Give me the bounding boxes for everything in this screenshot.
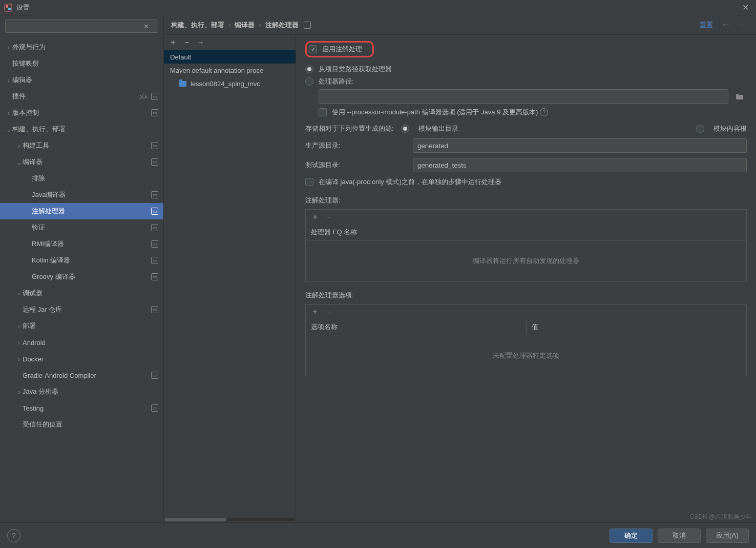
tree-remote-jar[interactable]: 远程 Jar 仓库▭ [0,301,163,318]
cancel-button[interactable]: 取消 [658,529,701,543]
enable-annotation-highlight: 启用注解处理 [305,41,374,57]
project-scope-icon: ▭ [151,142,158,149]
breadcrumb-build[interactable]: 构建、执行、部署 [171,21,224,30]
tree-build-tools[interactable]: ›构建工具▭ [0,137,163,154]
processors-section-label: 注解处理器: [305,196,747,205]
tree-editor[interactable]: ›编辑器 [0,72,163,88]
svg-rect-2 [8,8,11,10]
project-scope-icon: ▭ [151,158,158,166]
profile-default[interactable]: Default [164,50,296,64]
nav-forward-icon: → [737,19,746,30]
remove-processor-icon: − [326,213,331,222]
processor-path-input[interactable] [319,89,728,104]
prod-dir-label: 生产源目录: [305,141,413,150]
tree-kotlin-compiler[interactable]: Kotlin 编译器▭ [0,252,163,269]
chevron-right-icon: › [259,21,261,29]
browse-folder-icon[interactable] [732,89,747,104]
processor-table-empty: 编译器将运行所有自动发现的处理器 [305,240,747,281]
tree-deploy[interactable]: ›部署 [0,318,163,334]
remove-option-icon: − [326,308,331,317]
tree-annotation-processors[interactable]: 注解处理器▭ [0,203,163,219]
project-scope-icon: ▭ [151,306,158,313]
settings-sidebar: ✕ ›外观与行为 按键映射 ›编辑器 插件㐅ᴀ▭ ›版本控制▭ ⌄构建、执行、部… [0,15,164,522]
ok-button[interactable]: 确定 [610,529,653,543]
settings-tree: ›外观与行为 按键映射 ›编辑器 插件㐅ᴀ▭ ›版本控制▭ ⌄构建、执行、部署 … [0,37,163,522]
tree-validation[interactable]: 验证▭ [0,219,163,236]
add-processor-icon[interactable]: ＋ [311,212,319,222]
test-dir-input[interactable] [413,158,747,172]
add-option-icon[interactable]: ＋ [311,307,319,317]
tree-build[interactable]: ⌄构建、执行、部署 [0,121,163,137]
tree-java-compiler[interactable]: Java编译器▭ [0,187,163,203]
radio-from-classpath[interactable] [305,65,313,73]
profile-maven-default[interactable]: Maven default annotation proce [164,64,296,77]
folder-icon [179,81,186,87]
project-scope-icon: ▭ [151,240,158,248]
tree-testing[interactable]: Testing▭ [0,400,163,416]
breadcrumb-compiler[interactable]: 编译器 [235,21,255,30]
project-scope-icon: ▭ [151,208,158,215]
tree-plugins[interactable]: 插件㐅ᴀ▭ [0,88,163,105]
radio-processor-path[interactable] [305,77,313,86]
test-dir-label: 测试源目录: [305,160,413,170]
tree-trusted[interactable]: 受信任的位置 [0,416,163,433]
profile-module-lesson[interactable]: lesson0824_sping_mvc [164,77,296,90]
run-separate-checkbox[interactable] [305,178,313,186]
option-table-empty: 未配置处理器特定选项 [305,335,747,376]
run-separate-label: 在编译 java(-proc:only 模式)之前，在单独的步骤中运行处理器 [319,177,501,187]
chevron-right-icon: › [228,21,230,29]
apply-button[interactable]: 应用(A) [706,529,749,543]
breadcrumb-annotation: 注解处理器 [265,21,299,30]
help-button[interactable]: ? [7,529,20,542]
move-profile-icon[interactable]: → [196,38,204,47]
dialog-footer: ? 确定 取消 应用(A) [0,522,756,548]
use-module-path-checkbox[interactable] [319,108,327,116]
project-scope-icon: ▭ [151,191,158,198]
tree-appearance[interactable]: ›外观与行为 [0,39,163,55]
option-name-header: 选项名称 [306,319,527,335]
breadcrumb: 构建、执行、部署 › 编译器 › 注解处理器 重置 ← → [164,15,756,35]
profile-panel: ＋ − → Default Maven default annotation p… [164,35,296,522]
radio-module-output[interactable] [401,125,409,133]
project-scope-icon: ▭ [151,404,158,412]
project-scope-icon: ▭ [151,257,158,264]
project-scope-icon: ▭ [151,109,158,116]
clear-search-icon[interactable]: ✕ [143,23,149,30]
tree-java-analyzer[interactable]: ›Java 分析器 [0,383,163,400]
project-scope-icon: ▭ [151,273,158,280]
tree-groovy-compiler[interactable]: Groovy 编译器▭ [0,269,163,285]
tree-compiler[interactable]: ⌄编译器▭ [0,154,163,170]
titlebar: 设置 ✕ [0,0,756,15]
remove-profile-icon[interactable]: − [184,38,189,47]
tree-exclude[interactable]: 排除 [0,170,163,187]
help-icon[interactable]: ? [540,108,548,116]
settings-search-input[interactable] [5,19,158,33]
tree-keymap[interactable]: 按键映射 [0,55,163,72]
project-scope-icon [304,22,311,29]
radio-module-content[interactable] [696,125,704,133]
tree-gradle-android[interactable]: Gradle-Android Compiler▭ [0,367,163,383]
app-logo-icon [4,4,12,12]
tree-debugger[interactable]: ›调试器 [0,285,163,301]
profile-scrollbar[interactable] [165,518,295,521]
store-relative-label: 存储相对于下列位置生成的源: [305,124,394,133]
tree-android[interactable]: ›Android [0,334,163,351]
options-section-label: 注解处理器选项: [305,291,747,300]
processor-fq-header: 处理器 FQ 名称 [306,225,746,240]
tree-rmi-compiler[interactable]: RMI编译器▭ [0,236,163,252]
tree-docker[interactable]: ›Docker [0,351,163,367]
window-close-icon[interactable]: ✕ [739,3,752,12]
processor-path-label: 处理器路径: [319,77,354,86]
enable-annotation-checkbox[interactable] [309,45,317,53]
project-scope-icon: ▭ [151,224,158,231]
nav-back-icon[interactable]: ← [721,19,730,30]
svg-rect-1 [6,5,8,8]
tree-vcs[interactable]: ›版本控制▭ [0,105,163,121]
module-output-label: 模块输出目录 [418,124,458,133]
reset-link[interactable]: 重置 [700,21,713,30]
from-classpath-label: 从项目类路径获取处理器 [319,65,392,74]
prod-dir-input[interactable] [413,138,747,153]
enable-annotation-label: 启用注解处理 [322,45,362,54]
window-title: 设置 [16,3,30,12]
add-profile-icon[interactable]: ＋ [169,37,177,48]
